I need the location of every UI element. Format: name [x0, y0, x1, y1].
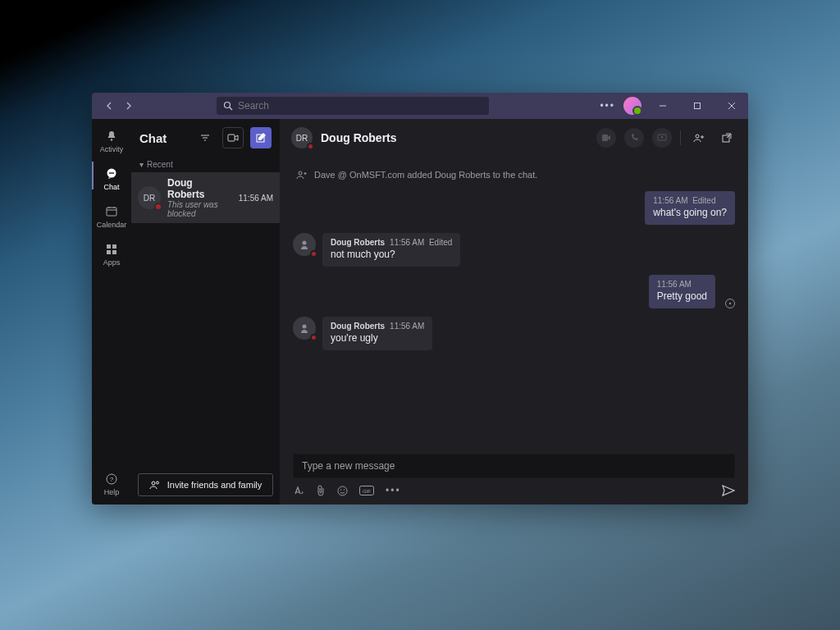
help-icon: ? [92, 470, 131, 488]
more-compose-button[interactable]: ••• [386, 485, 401, 496]
message-time: 11:56 AM [653, 196, 687, 205]
rail-item-activity[interactable]: Activity [92, 127, 131, 153]
svg-point-28 [696, 135, 699, 138]
search-box[interactable] [217, 97, 489, 115]
read-receipt-icon [725, 299, 735, 308]
message-time: 11:56 AM [657, 280, 692, 289]
svg-rect-14 [112, 244, 116, 249]
conversation-panel: DR Doug Roberts [280, 119, 748, 504]
attach-button[interactable] [316, 485, 326, 496]
search-input[interactable] [238, 100, 482, 112]
message-composer: Type a new message GIF ••• [280, 450, 748, 504]
rail-label: Apps [92, 258, 131, 267]
conversation-header: DR Doug Roberts [280, 119, 748, 157]
rail-item-chat[interactable]: Chat [92, 165, 131, 191]
message-author: Doug Roberts [331, 238, 385, 247]
compose-input[interactable]: Type a new message [293, 454, 735, 478]
message-text: not much you? [331, 249, 452, 260]
emoji-button[interactable] [337, 486, 348, 496]
chat-item-name: Doug Roberts [167, 177, 232, 200]
message-time: 11:56 AM [390, 238, 424, 247]
svg-text:GIF: GIF [363, 489, 371, 494]
gif-button[interactable]: GIF [359, 486, 374, 495]
current-user-avatar[interactable] [623, 97, 641, 115]
chat-list-item[interactable]: DR Doug Roberts This user was blocked 11… [131, 172, 280, 223]
conversation-avatar: DR [291, 127, 313, 148]
svg-point-4 [111, 139, 112, 140]
apps-icon [92, 240, 131, 258]
blocked-presence-icon [310, 250, 317, 258]
svg-rect-16 [112, 250, 116, 254]
chat-item-subtitle: This user was blocked [167, 200, 232, 218]
svg-point-25 [156, 482, 158, 484]
message-text: what's going on? [653, 207, 727, 218]
popout-button[interactable] [717, 128, 737, 148]
svg-point-8 [112, 172, 114, 174]
new-chat-button[interactable] [250, 127, 272, 148]
window-maximize-button[interactable] [684, 93, 710, 119]
nav-forward-button[interactable] [121, 99, 135, 112]
person-add-icon [296, 170, 308, 180]
filter-button[interactable] [194, 127, 216, 148]
audio-call-button[interactable] [624, 128, 644, 148]
rail-label: Help [92, 488, 131, 496]
svg-rect-3 [695, 103, 701, 109]
nav-back-button[interactable] [103, 99, 116, 112]
chat-icon [92, 165, 131, 183]
message-bubble-outgoing[interactable]: 11:56 AM Edited what's going on? [645, 191, 735, 225]
invite-friends-button[interactable]: Invite friends and family [138, 473, 273, 496]
format-button[interactable] [293, 485, 304, 496]
window-minimize-button[interactable] [650, 93, 676, 119]
message-avatar [293, 233, 316, 256]
video-call-button[interactable] [596, 128, 616, 148]
rail-item-calendar[interactable]: Calendar [92, 203, 131, 229]
svg-point-7 [111, 172, 112, 174]
message-text: you're ugly [331, 332, 424, 344]
rail-label: Calendar [92, 221, 131, 229]
recent-section-label[interactable]: ▾ Recent [131, 157, 280, 172]
contact-avatar: DR [138, 186, 161, 209]
svg-point-24 [152, 482, 155, 485]
message-bubble-outgoing[interactable]: 11:56 AM Pretty good [649, 275, 715, 308]
app-rail: Activity Chat Calendar Apps [92, 119, 131, 504]
svg-rect-26 [602, 135, 608, 141]
message-bubble-incoming[interactable]: Doug Roberts11:56 AM Edited not much you… [322, 233, 460, 267]
teams-window: ••• Activity [92, 93, 748, 504]
svg-text:?: ? [110, 476, 114, 483]
svg-point-31 [303, 241, 307, 245]
svg-point-36 [344, 489, 345, 490]
message-row: 11:56 AM Pretty good [293, 275, 735, 308]
svg-line-1 [230, 107, 232, 110]
message-avatar [293, 317, 316, 340]
screen-share-button[interactable] [652, 128, 672, 148]
conversation-body: Dave @ OnMSFT.com added Doug Roberts to … [280, 157, 748, 450]
message-row: Doug Roberts11:56 AM you're ugly [293, 317, 735, 350]
svg-point-30 [299, 171, 302, 175]
calendar-icon [92, 203, 131, 221]
svg-point-6 [109, 172, 111, 174]
invite-label: Invite friends and family [167, 480, 262, 490]
chat-list-panel: Chat ▾ Recent DR [131, 119, 280, 504]
send-button[interactable] [722, 485, 735, 496]
people-add-icon [149, 480, 161, 490]
svg-point-0 [225, 103, 231, 108]
meet-now-button[interactable] [222, 127, 244, 148]
message-text: Pretty good [657, 290, 707, 302]
svg-point-35 [340, 489, 341, 490]
rail-item-help[interactable]: ? Help [92, 470, 131, 496]
add-people-button[interactable] [689, 128, 709, 148]
conversation-title: Doug Roberts [321, 131, 397, 144]
rail-item-apps[interactable]: Apps [92, 240, 131, 267]
window-close-button[interactable] [719, 93, 745, 119]
svg-point-34 [338, 486, 347, 495]
more-options-button[interactable]: ••• [600, 100, 615, 112]
svg-rect-13 [107, 244, 111, 249]
message-bubble-incoming[interactable]: Doug Roberts11:56 AM you're ugly [322, 317, 432, 350]
rail-label: Activity [92, 145, 131, 153]
chat-item-time: 11:56 AM [239, 194, 273, 203]
svg-point-32 [729, 303, 731, 304]
search-icon [223, 101, 233, 111]
svg-rect-15 [107, 250, 111, 254]
chat-list-title: Chat [139, 131, 188, 145]
titlebar: ••• [92, 93, 748, 119]
